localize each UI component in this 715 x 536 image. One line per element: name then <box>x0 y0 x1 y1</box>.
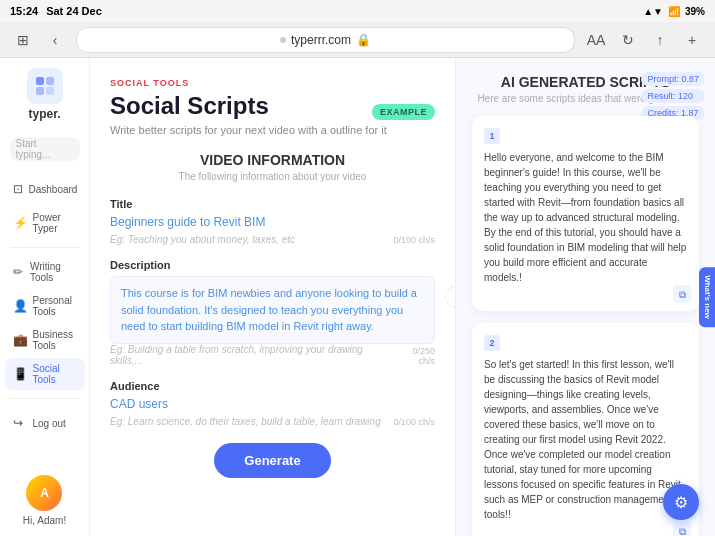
example-badge: EXAMPLE <box>372 104 435 120</box>
avatar-greeting: Hi, Adam! <box>23 515 66 526</box>
browser-bar: ⊞ ‹ typerrr.com 🔒 AA ↻ ↑ + <box>0 22 715 58</box>
title-field-group: Title Beginners guide to Revit BIM Eg: T… <box>110 198 435 245</box>
status-left: 15:24 Sat 24 Dec <box>10 5 102 17</box>
audience-value: CAD users <box>110 397 435 411</box>
sidebar-item-label: Dashboard <box>29 184 78 195</box>
content-area: SOCIAL TOOLS Social Scripts Write better… <box>90 58 715 536</box>
nav-divider <box>10 247 80 248</box>
sidebar-item-power-typer[interactable]: ⚡ Power Typer <box>5 207 85 239</box>
text-size-button[interactable]: AA <box>583 27 609 53</box>
logo-text: typer. <box>28 107 60 121</box>
settings-fab[interactable]: ⚙ <box>663 484 699 520</box>
sidebar-item-label: Business Tools <box>33 329 77 351</box>
wifi-icon: 📶 <box>668 6 680 17</box>
script-num-1: 1 <box>484 128 500 144</box>
svg-rect-2 <box>36 87 44 95</box>
sidebar-item-business-tools[interactable]: 💼 Business Tools <box>5 324 85 356</box>
sidebar-item-personal-tools[interactable]: 👤 Personal Tools <box>5 290 85 322</box>
share-button[interactable]: ↑ <box>647 27 673 53</box>
section-subtitle: The following information about your vid… <box>110 171 435 182</box>
browser-nav: ⊞ ‹ <box>10 27 68 53</box>
main-layout: typer. Start typing... ⊡ Dashboard ⚡ Pow… <box>0 58 715 536</box>
whats-new-button[interactable]: What's new <box>699 267 715 327</box>
section-title: VIDEO INFORMATION <box>110 152 435 168</box>
writing-tools-icon: ✏ <box>13 265 24 279</box>
script-text-1: Hello everyone, and welcome to the BIM b… <box>484 150 687 299</box>
svg-rect-1 <box>46 77 54 85</box>
social-tag: SOCIAL TOOLS <box>110 78 435 88</box>
sidebar-logo: typer. <box>27 68 63 121</box>
logout-icon: ↪ <box>13 416 27 430</box>
power-typer-icon: ⚡ <box>13 216 27 230</box>
prompt-tag: Prompt: 0.87 <box>641 72 705 86</box>
title-label: Title <box>110 198 435 210</box>
signal-icon: ▲▼ <box>643 6 663 17</box>
title-char-count: 0/100 ch/s <box>393 235 435 245</box>
title-value: Beginners guide to Revit BIM <box>110 215 435 229</box>
dashboard-icon: ⊡ <box>13 182 23 196</box>
sidebar-item-label: Personal Tools <box>33 295 77 317</box>
avatar: A <box>26 475 62 511</box>
ai-script-1: 1 Hello everyone, and welcome to the BIM… <box>472 116 699 311</box>
sidebar-item-label: Writing Tools <box>30 261 77 283</box>
script-num-2: 2 <box>484 335 500 351</box>
sidebar-nav: ⊡ Dashboard ⚡ Power Typer ✏ Writing Tool… <box>0 173 89 439</box>
audience-label: Audience <box>110 380 435 392</box>
description-label: Description <box>110 259 435 271</box>
audience-hint: Eg: Learn science, do their taxes, build… <box>110 416 381 427</box>
script-copy-2[interactable]: ⧉ <box>673 522 691 536</box>
sidebar-item-label: Log out <box>33 418 66 429</box>
description-field-group: Description This course is for BIM newbi… <box>110 259 435 366</box>
audience-field-group: Audience CAD users Eg: Learn science, do… <box>110 380 435 427</box>
sidebar-item-dashboard[interactable]: ⊡ Dashboard <box>5 173 85 205</box>
audience-hint-row: Eg: Learn science, do their taxes, build… <box>110 415 435 427</box>
sidebar-item-social-tools[interactable]: 📱 Social Tools <box>5 358 85 390</box>
collapse-button[interactable]: ‹ <box>445 286 455 308</box>
form-panel: SOCIAL TOOLS Social Scripts Write better… <box>90 58 455 536</box>
lock-icon: 🔒 <box>356 33 371 47</box>
sidebar: typer. Start typing... ⊡ Dashboard ⚡ Pow… <box>0 58 90 536</box>
description-hint: Eg: Building a table from scratch, impro… <box>110 344 394 366</box>
security-dot <box>280 37 286 43</box>
business-tools-icon: 💼 <box>13 333 27 347</box>
script-copy-1[interactable]: ⧉ <box>673 285 691 303</box>
search-placeholder: Start typing... <box>16 138 74 160</box>
sidebar-item-writing-tools[interactable]: ✏ Writing Tools <box>5 256 85 288</box>
battery: 39% <box>685 6 705 17</box>
title-hint: Eg: Teaching you about money, taxes, etc <box>110 234 295 245</box>
status-right: ▲▼ 📶 39% <box>643 6 705 17</box>
new-tab-button[interactable]: + <box>679 27 705 53</box>
description-textarea[interactable]: This course is for BIM newbies and anyon… <box>110 276 435 344</box>
personal-tools-icon: 👤 <box>13 299 27 313</box>
tab-icon[interactable]: ⊞ <box>10 27 36 53</box>
browser-actions: AA ↻ ↑ + <box>583 27 705 53</box>
page-subtitle: Write better scripts for your next video… <box>110 124 435 136</box>
url-text: typerrr.com <box>291 33 351 47</box>
description-hint-row: Eg: Building a table from scratch, impro… <box>110 344 435 366</box>
description-char-count: 0/250 ch/s <box>394 346 435 366</box>
script-text-2: So let's get started! In this first less… <box>484 357 687 536</box>
title-hint-row: Eg: Teaching you about money, taxes, etc… <box>110 233 435 245</box>
audience-char-count: 0/100 ch/s <box>393 417 435 427</box>
generate-button[interactable]: Generate <box>214 443 330 478</box>
svg-rect-3 <box>46 87 54 95</box>
result-tag: Result: 120 <box>641 89 705 103</box>
sidebar-search[interactable]: Start typing... <box>10 137 80 161</box>
sidebar-item-label: Power Typer <box>33 212 77 234</box>
status-bar: 15:24 Sat 24 Dec ▲▼ 📶 39% <box>0 0 715 22</box>
ai-tags: Prompt: 0.87 Result: 120 Credits: 1.87 <box>641 72 705 120</box>
ai-panel: Prompt: 0.87 Result: 120 Credits: 1.87 A… <box>455 58 715 536</box>
back-button[interactable]: ‹ <box>42 27 68 53</box>
sidebar-bottom: A Hi, Adam! <box>23 475 66 526</box>
nav-divider-2 <box>10 398 80 399</box>
sidebar-item-log-out[interactable]: ↪ Log out <box>5 407 85 439</box>
date: Sat 24 Dec <box>46 5 102 17</box>
refresh-button[interactable]: ↻ <box>615 27 641 53</box>
url-bar[interactable]: typerrr.com 🔒 <box>76 27 575 53</box>
social-tools-icon: 📱 <box>13 367 27 381</box>
time: 15:24 <box>10 5 38 17</box>
logo-icon <box>27 68 63 104</box>
sidebar-item-label: Social Tools <box>33 363 77 385</box>
svg-rect-0 <box>36 77 44 85</box>
